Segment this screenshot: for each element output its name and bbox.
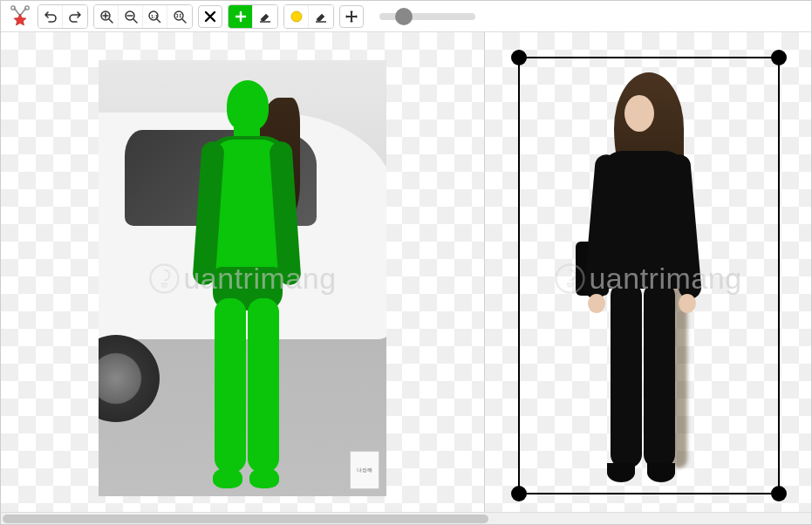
clear-mask-button[interactable] [198,5,222,28]
history-group [38,4,88,29]
source-panel[interactable]: 다정해 uantrimang [1,32,485,524]
move-button[interactable] [339,5,364,28]
source-image[interactable]: 다정해 [99,60,386,496]
brush-size-slider[interactable] [379,13,475,20]
plus-icon [235,10,247,23]
horizontal-scrollbar[interactable] [1,512,811,524]
redo-icon [68,10,82,24]
undo-button[interactable] [38,5,63,28]
zoom-out-button[interactable] [119,5,143,28]
zoom-in-button[interactable] [94,5,119,28]
app-logo [8,4,32,29]
close-icon [204,10,216,23]
cutout-result [563,67,729,494]
eraser-icon [258,10,272,24]
background-mark-group [283,4,334,29]
zoom-actual-icon: 1:1 [147,10,163,24]
toolbar: 1:1 [1,1,811,32]
foreground-mask [181,73,312,492]
zoom-actual-button[interactable]: 1:1 [143,5,167,28]
slider-track[interactable] [379,13,475,20]
background-add-button[interactable] [284,5,309,28]
crop-handle-top-right[interactable] [771,50,787,65]
undo-icon [44,10,58,24]
cutout-foot-left [607,463,635,482]
result-panel[interactable]: uantrimang [485,32,811,524]
mask-leg-left [215,298,246,473]
eraser-icon [314,10,328,24]
zoom-out-icon [124,10,138,24]
yellow-circle-icon [290,10,303,23]
zoom-group: 1:1 [93,4,193,29]
redo-button[interactable] [63,5,87,28]
mask-foot-right [249,467,279,488]
crop-handle-bottom-right[interactable] [771,486,787,501]
zoom-fit-button[interactable] [167,5,192,28]
cutout-leg-right [644,282,675,468]
slider-thumb[interactable] [395,8,413,25]
scissors-star-icon [9,5,31,28]
zoom-fit-icon [173,10,187,24]
mask-leg-right [248,298,279,473]
svg-text:1:1: 1:1 [151,13,158,18]
cutout-foot-right [647,463,675,482]
mask-foot-left [213,467,242,488]
crop-handle-bottom-left[interactable] [511,486,527,501]
svg-point-6 [174,11,183,20]
foreground-add-button[interactable] [229,5,253,28]
foreground-erase-button[interactable] [253,5,277,28]
crop-handle-top-left[interactable] [511,50,527,65]
source-photo-tag: 다정해 [350,451,379,489]
background-erase-button[interactable] [309,5,333,28]
background-car-wheel [99,335,160,422]
move-icon [345,10,358,24]
cutout-hand-right [679,294,696,313]
zoom-in-icon [99,10,113,24]
cutout-leg-left [611,282,642,468]
scrollbar-thumb[interactable] [3,515,488,523]
foreground-mark-group [228,4,278,29]
workspace: 다정해 uantrimang [1,32,811,524]
cutout-face [624,95,654,132]
svg-point-7 [291,11,302,22]
cutout-hand-left [588,294,605,313]
